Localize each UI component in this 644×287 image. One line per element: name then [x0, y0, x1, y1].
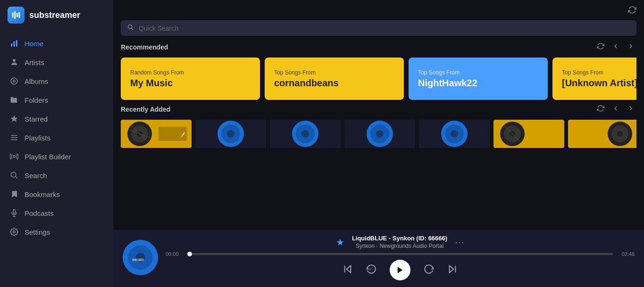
mic-icon	[9, 208, 19, 218]
top-bar	[113, 0, 644, 20]
play-pause-button[interactable]	[390, 260, 410, 280]
album-thumb-0[interactable]	[121, 120, 192, 148]
player-more-button[interactable]: ⋯	[455, 237, 464, 248]
recommended-prev-button[interactable]	[610, 41, 621, 53]
rec-card-title-0: My Music	[130, 78, 251, 89]
star-icon	[9, 114, 19, 123]
recommended-cards: Random Songs From My Music Top Songs Fro…	[121, 57, 636, 100]
svg-point-39	[304, 132, 307, 135]
player-thumbnail: serato	[123, 240, 158, 275]
recently-added-refresh-button[interactable]	[595, 104, 606, 115]
sidebar-item-starred[interactable]: Starred	[0, 109, 113, 128]
favorite-button[interactable]: ★	[336, 237, 344, 248]
player-song-title: LiquidBLUE - Synkon (ID: 66666)	[352, 235, 447, 242]
svg-point-58	[617, 131, 623, 137]
progress-handle	[187, 252, 192, 256]
quick-search-input[interactable]	[139, 25, 630, 32]
svg-rect-17	[13, 210, 16, 214]
forward-10-button[interactable]	[424, 264, 434, 277]
svg-point-7	[13, 59, 16, 62]
progress-row: 00:00 02:46	[166, 251, 635, 257]
svg-rect-29	[159, 127, 187, 141]
rec-card-title-1: cornandbeans	[274, 78, 394, 89]
svg-point-8	[11, 78, 17, 84]
svg-text:10: 10	[369, 268, 372, 270]
svg-point-20	[13, 231, 16, 233]
sidebar-item-bookmarks[interactable]: Bookmarks	[0, 185, 113, 204]
skip-back-button[interactable]	[343, 264, 353, 277]
svg-point-34	[229, 132, 232, 135]
svg-line-16	[15, 176, 17, 179]
svg-marker-68	[450, 265, 454, 272]
sidebar-item-albums[interactable]: Albums	[0, 72, 113, 90]
player-meta-row: ★ LiquidBLUE - Synkon (ID: 66666) Synkon…	[336, 235, 464, 249]
sidebar-item-playlists[interactable]: Playlists	[0, 128, 113, 147]
recently-added-header: Recently Added	[121, 104, 636, 115]
rec-card-title-2: NightHawk22	[418, 78, 538, 89]
svg-point-9	[13, 80, 16, 82]
sidebar-item-search[interactable]: Search	[0, 166, 113, 185]
person-icon	[9, 57, 19, 67]
sidebar-label-albums: Albums	[25, 77, 48, 85]
gear-icon	[9, 227, 19, 237]
sidebar-item-artists[interactable]: Artists	[0, 53, 113, 72]
svg-rect-4	[11, 43, 12, 47]
svg-point-21	[128, 25, 132, 29]
progress-track[interactable]	[187, 253, 613, 255]
svg-rect-0	[12, 13, 14, 18]
album-thumb-6[interactable]	[568, 120, 636, 148]
player-info: ★ LiquidBLUE - Synkon (ID: 66666) Synkon…	[166, 235, 635, 280]
sidebar-label-playlists: Playlists	[25, 134, 50, 142]
album-thumb-1[interactable]	[195, 120, 266, 148]
time-current: 00:00	[166, 251, 183, 257]
sidebar-label-search: Search	[25, 172, 47, 180]
recently-added-prev-button[interactable]	[610, 104, 621, 115]
recommended-refresh-button[interactable]	[595, 41, 606, 53]
rec-card-label-0: Random Songs From	[130, 69, 251, 76]
player-main: serato ★ LiquidBLUE - Synkon (ID: 66666)…	[123, 235, 635, 280]
svg-point-44	[378, 132, 381, 135]
app-logo	[8, 7, 25, 24]
rec-card-3[interactable]: Top Songs From [Unknown Artist]	[552, 57, 636, 100]
rec-card-label-2: Top Songs From	[418, 69, 538, 76]
svg-rect-2	[17, 13, 18, 17]
replay-10-button[interactable]: 10	[366, 264, 376, 277]
top-refresh-button[interactable]	[628, 6, 636, 16]
sidebar-label-settings: Settings	[25, 228, 50, 236]
sidebar-item-home[interactable]: Home	[0, 34, 113, 53]
sidebar-item-folders[interactable]: Folders	[0, 90, 113, 109]
search-icon	[9, 171, 19, 180]
recently-added-title: Recently Added	[121, 106, 170, 113]
album-thumb-2[interactable]	[270, 120, 341, 148]
sidebar-header: substreamer	[0, 0, 113, 30]
rec-card-2[interactable]: Top Songs From NightHawk22	[409, 57, 548, 100]
sidebar-nav: Home Artists Albums Folders	[0, 30, 113, 287]
sidebar-label-playlist-builder: Playlist Builder	[25, 153, 71, 161]
list-icon	[9, 133, 19, 142]
svg-point-15	[11, 172, 16, 177]
skip-forward-button[interactable]	[447, 264, 458, 277]
svg-point-14	[13, 156, 16, 158]
sidebar-label-bookmarks: Bookmarks	[25, 190, 60, 198]
sidebar-item-settings[interactable]: Settings	[0, 222, 113, 241]
sidebar-item-podcasts[interactable]: Podcasts	[0, 204, 113, 222]
rec-card-0[interactable]: Random Songs From My Music	[121, 57, 260, 100]
rec-card-label-1: Top Songs From	[274, 69, 394, 76]
album-thumb-5[interactable]	[493, 120, 564, 148]
album-row	[121, 120, 636, 148]
recently-added-controls	[595, 104, 636, 115]
album-thumb-4[interactable]	[419, 120, 490, 148]
radio-icon	[9, 152, 19, 161]
rec-card-1[interactable]: Top Songs From cornandbeans	[265, 57, 404, 100]
svg-text:serato: serato	[132, 257, 144, 262]
sidebar-item-playlist-builder[interactable]: Playlist Builder	[0, 147, 113, 166]
svg-marker-64	[346, 265, 351, 272]
app-title: substreamer	[29, 10, 80, 20]
recently-added-next-button[interactable]	[625, 104, 636, 115]
svg-rect-3	[19, 12, 20, 18]
album-thumb-3[interactable]	[344, 120, 415, 148]
search-bar	[121, 20, 636, 36]
sidebar-label-podcasts: Podcasts	[25, 209, 54, 217]
folder-icon	[9, 95, 19, 105]
recommended-next-button[interactable]	[625, 41, 636, 53]
